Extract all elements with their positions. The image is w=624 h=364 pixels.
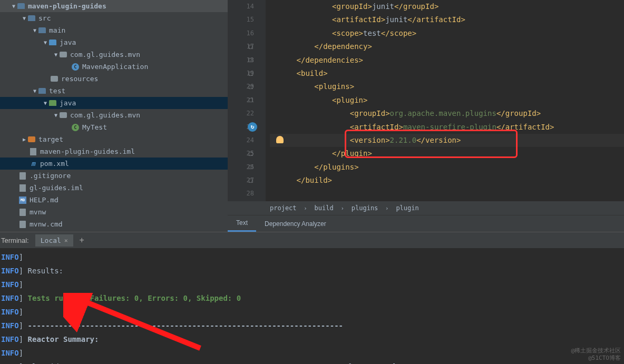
- refactor-icon[interactable]: ↻: [248, 122, 257, 132]
- tree-pom[interactable]: mpom.xml: [0, 158, 228, 170]
- breadcrumb-item[interactable]: build: [315, 204, 334, 212]
- terminal-text: Results:: [28, 267, 63, 275]
- tree-label: java: [60, 99, 76, 107]
- terminal-output[interactable]: INFO] INFO] Results: INFO] INFO] Tests r…: [0, 248, 624, 364]
- project-tree[interactable]: ▼maven-plugin-guides ▼src ▼main ▼java ▼c…: [0, 0, 228, 232]
- tree-label: main: [49, 26, 65, 34]
- chevron-down-icon: ▼: [21, 15, 27, 21]
- terminal-text: ----------------------------------------…: [28, 321, 343, 330]
- fold-marker[interactable]: [249, 165, 253, 169]
- chevron-down-icon: ▼: [53, 52, 59, 57]
- class-icon: C: [72, 124, 79, 131]
- tree-package-test[interactable]: ▼com.gl.guides.mvn: [0, 109, 228, 121]
- tree-resources[interactable]: resources: [0, 73, 228, 85]
- fold-marker[interactable]: [249, 152, 253, 156]
- terminal-tab-label: Local: [41, 237, 61, 244]
- tab-text[interactable]: Text: [228, 215, 256, 232]
- breadcrumb-item[interactable]: plugins: [352, 204, 378, 212]
- tree-app-class[interactable]: CMavenApplication: [0, 61, 228, 73]
- fold-marker[interactable]: [249, 58, 253, 62]
- tree-label: maven-plugin-guides: [28, 2, 106, 10]
- tree-label: test: [49, 87, 65, 95]
- tree-mytest-class[interactable]: CMyTest: [0, 121, 228, 133]
- tree-label: maven-plugin-guides.iml: [40, 147, 135, 155]
- chevron-down-icon: ▼: [42, 100, 48, 106]
- tree-java-main[interactable]: ▼java: [0, 36, 228, 48]
- tree-label: pom.xml: [40, 160, 69, 168]
- tree-src[interactable]: ▼src: [0, 12, 228, 24]
- tree-java-test[interactable]: ▼java: [0, 97, 228, 109]
- editor-tabs: Text Dependency Analyzer: [228, 215, 624, 232]
- class-icon: C: [72, 63, 79, 71]
- tree-label: com.gl.guides.mvn: [70, 51, 140, 58]
- tree-main[interactable]: ▼main: [0, 24, 228, 36]
- tree-label: MavenApplication: [82, 63, 148, 71]
- fold-marker[interactable]: [249, 179, 253, 183]
- maven-icon: m: [31, 160, 35, 168]
- tree-target[interactable]: ▶target: [0, 133, 228, 145]
- tree-gitignore[interactable]: .gitignore: [0, 170, 228, 182]
- tree-label: .gitignore: [30, 172, 71, 180]
- tree-label: gl-guides.iml: [30, 184, 83, 192]
- tree-label: HELP.md: [30, 196, 58, 204]
- breadcrumb: project› build› plugins› plugin: [228, 201, 624, 215]
- terminal-text: Reactor Summary:: [28, 335, 99, 343]
- tree-label: target: [38, 135, 63, 143]
- tree-help[interactable]: MDHELP.md: [0, 194, 228, 206]
- code-editor[interactable]: 14 15 16 17 18 19 20 21 22 23 24 25 26 2…: [228, 0, 624, 232]
- chevron-down-icon: ▼: [32, 27, 38, 33]
- chevron-down-icon: ▼: [42, 40, 48, 45]
- tree-mvnwcmd[interactable]: mvnw.cmd: [0, 218, 228, 230]
- breadcrumb-item[interactable]: project: [270, 204, 297, 212]
- add-terminal-button[interactable]: +: [80, 235, 84, 245]
- chevron-right-icon: ›: [341, 205, 344, 211]
- chevron-right-icon: ▶: [21, 136, 27, 142]
- tab-dependency-analyzer[interactable]: Dependency Analyzer: [256, 215, 335, 232]
- chevron-right-icon: ›: [385, 205, 388, 211]
- tree-mvnw[interactable]: mvnw: [0, 206, 228, 218]
- tree-label: MyTest: [82, 123, 107, 131]
- terminal-label: Terminal:: [1, 237, 29, 244]
- terminal-tab-local[interactable]: Local ✕: [35, 234, 73, 247]
- file-icon: [19, 172, 26, 180]
- line-gutter: 14 15 16 17 18 19 20 21 22 23 24 25 26 2…: [228, 0, 266, 201]
- tree-label: resources: [61, 75, 98, 83]
- tree-root[interactable]: ▼maven-plugin-guides: [0, 0, 228, 12]
- tree-label: src: [38, 14, 51, 22]
- intention-bulb-icon[interactable]: [276, 136, 284, 143]
- watermark: @稀土掘金技术社区 @51CTO博客: [571, 347, 621, 362]
- tree-label: mvnw: [30, 208, 46, 216]
- tree-glguides[interactable]: gl-guides.iml: [0, 182, 228, 194]
- fold-marker[interactable]: [249, 98, 253, 102]
- markdown-icon: MD: [19, 196, 26, 204]
- file-icon: [30, 148, 36, 155]
- code-content[interactable]: ↻ <groupId>junit</groupId> <artifactId>j…: [266, 0, 624, 201]
- close-icon[interactable]: ✕: [64, 237, 68, 244]
- terminal-text: Tests run: 1, Failures: 0, Errors: 0, Sk…: [28, 294, 241, 302]
- file-icon: [19, 184, 26, 192]
- file-icon: [19, 209, 26, 216]
- chevron-right-icon: ›: [304, 205, 307, 211]
- chevron-down-icon: ▼: [32, 88, 38, 94]
- file-icon: [19, 221, 26, 228]
- chevron-down-icon: ▼: [53, 112, 59, 118]
- tree-label: mvnw.cmd: [30, 220, 63, 228]
- fold-marker[interactable]: [249, 45, 253, 49]
- fold-marker[interactable]: [249, 72, 253, 76]
- tree-label: com.gl.guides.mvn: [70, 111, 140, 119]
- terminal-tabbar: Terminal: Local ✕ +: [0, 232, 624, 248]
- tree-package-main[interactable]: ▼com.gl.guides.mvn: [0, 48, 228, 61]
- fold-marker[interactable]: [249, 85, 253, 89]
- tree-iml[interactable]: maven-plugin-guides.iml: [0, 145, 228, 158]
- chevron-down-icon: ▼: [11, 3, 17, 9]
- breadcrumb-item[interactable]: plugin: [396, 204, 418, 212]
- tree-label: java: [60, 38, 76, 46]
- tree-test[interactable]: ▼test: [0, 85, 228, 97]
